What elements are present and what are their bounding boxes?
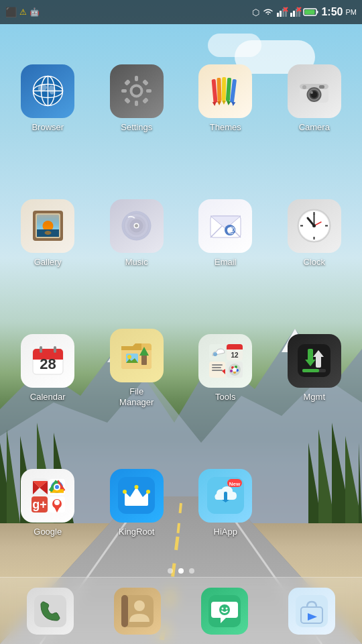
email-label: Email — [215, 257, 237, 268]
svg-point-71 — [302, 85, 306, 89]
camera-label: Camera — [299, 122, 330, 133]
svg-rect-28 — [290, 13, 292, 17]
app-filemanager[interactable]: File Manager — [93, 301, 182, 435]
app-mgmt[interactable]: Mgmt — [270, 301, 359, 435]
dock-phone[interactable] — [27, 588, 74, 635]
svg-marker-58 — [212, 102, 217, 107]
svg-point-174 — [219, 604, 230, 615]
contacts-dock-icon — [114, 588, 161, 635]
kingroot-icon — [110, 469, 164, 523]
svg-rect-135 — [308, 349, 313, 361]
dock-contacts[interactable] — [114, 588, 161, 635]
svg-rect-107 — [40, 346, 42, 353]
filemanager-icon — [110, 329, 164, 382]
svg-rect-169 — [34, 595, 66, 627]
notif-icon-2: ⚠ — [19, 7, 27, 17]
svg-rect-46 — [135, 101, 138, 106]
svg-rect-36 — [305, 10, 315, 15]
browser-label: Browser — [32, 122, 64, 133]
camera-icon — [288, 64, 341, 118]
page-dot-3[interactable] — [189, 568, 194, 574]
page-dot-2[interactable] — [178, 568, 184, 574]
svg-point-175 — [222, 607, 224, 609]
app-camera[interactable]: Camera — [270, 31, 359, 166]
app-browser[interactable]: Browser — [3, 31, 93, 166]
app-google[interactable]: g+ Google — [3, 435, 93, 570]
app-hiapp[interactable]: New HiApp — [181, 435, 270, 570]
bluetooth-icon: ⬡ — [252, 7, 259, 17]
svg-rect-166 — [224, 492, 227, 501]
svg-rect-50 — [142, 79, 149, 86]
svg-marker-61 — [227, 101, 231, 105]
app-gallery[interactable]: Gallery — [3, 166, 93, 301]
svg-rect-29 — [293, 11, 295, 17]
svg-point-103 — [312, 224, 316, 227]
svg-text:New: New — [229, 481, 241, 487]
signal2-icon — [290, 7, 301, 17]
svg-rect-54 — [217, 78, 221, 101]
browser-icon — [21, 64, 74, 118]
app-settings[interactable]: Settings — [93, 31, 182, 166]
svg-rect-48 — [146, 89, 152, 93]
mgmt-label: Mgmt — [304, 392, 326, 402]
playstore-dock-icon — [288, 588, 335, 635]
filemanager-label: File Manager — [119, 386, 154, 407]
svg-rect-55 — [221, 77, 226, 101]
svg-point-176 — [226, 607, 228, 609]
email-icon: @ — [198, 199, 252, 253]
hiapp-icon: New — [198, 469, 252, 523]
svg-text:12: 12 — [231, 352, 239, 359]
svg-point-44 — [133, 87, 141, 95]
notif-icon-1: ⬛ — [5, 7, 17, 17]
themes-icon — [198, 64, 252, 118]
calendar-label: Calendar — [30, 392, 66, 402]
clock-icon — [288, 199, 341, 253]
google-label: Google — [34, 527, 62, 537]
mgmt-icon — [288, 334, 341, 388]
svg-rect-108 — [54, 346, 56, 353]
app-kingroot[interactable]: KingRoot — [93, 435, 182, 570]
svg-point-132 — [230, 370, 233, 372]
svg-rect-30 — [296, 9, 298, 17]
page-dot-1[interactable] — [168, 568, 173, 574]
svg-rect-52 — [142, 97, 149, 104]
svg-point-156 — [54, 500, 60, 505]
tools-icon: 12 — [198, 334, 252, 388]
app-email[interactable]: @ Email — [181, 166, 270, 301]
svg-text:g+: g+ — [32, 498, 47, 511]
dock — [0, 577, 362, 644]
kingroot-label: KingRoot — [119, 527, 154, 537]
app-calendar[interactable]: 28 Calendar — [3, 301, 93, 435]
google-icon: g+ — [21, 469, 74, 523]
svg-rect-119 — [227, 347, 243, 350]
svg-point-163 — [146, 490, 150, 494]
app-grid: Browser Settings — [0, 24, 362, 577]
signal1-icon — [277, 7, 288, 17]
svg-rect-122 — [212, 364, 223, 366]
app-tools[interactable]: 12 Tools — [181, 301, 270, 435]
svg-rect-53 — [211, 79, 217, 103]
dock-playstore[interactable] — [288, 588, 335, 635]
svg-text:28: 28 — [40, 356, 56, 372]
notif-icon-3: 🤖 — [29, 7, 40, 17]
svg-rect-171 — [121, 595, 128, 627]
svg-point-151 — [55, 485, 59, 489]
svg-rect-137 — [316, 356, 321, 368]
svg-point-133 — [233, 368, 237, 372]
app-themes[interactable]: Themes — [181, 31, 270, 166]
calendar-icon: 28 — [21, 334, 74, 388]
svg-point-162 — [135, 485, 139, 489]
svg-rect-45 — [135, 76, 138, 81]
svg-rect-23 — [280, 11, 282, 17]
svg-rect-123 — [212, 367, 221, 368]
app-music[interactable]: Music — [93, 166, 182, 301]
status-time: 1:50 — [321, 6, 343, 18]
svg-point-69 — [310, 91, 313, 94]
app-clock[interactable]: Clock — [270, 166, 359, 301]
status-ampm: PM — [346, 8, 357, 16]
svg-rect-78 — [37, 215, 59, 229]
gallery-label: Gallery — [34, 257, 62, 268]
svg-rect-124 — [212, 370, 223, 371]
gallery-icon — [21, 199, 74, 253]
dock-messages[interactable] — [201, 588, 248, 635]
